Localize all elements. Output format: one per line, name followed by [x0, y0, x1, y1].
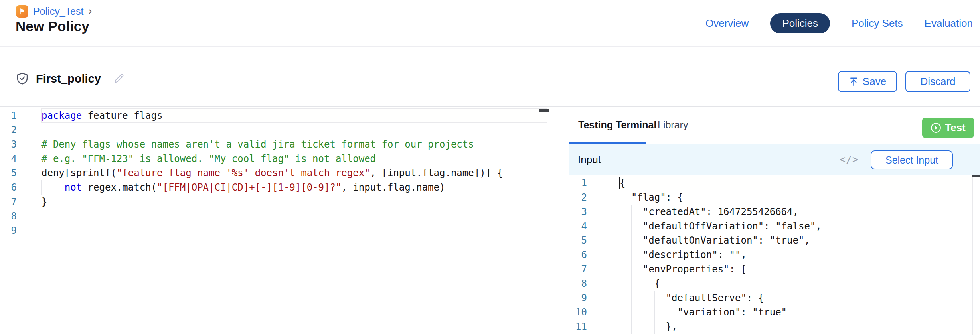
line-number: 2	[0, 123, 17, 137]
input-label: Input	[578, 154, 601, 166]
chevron-right-icon: ›	[88, 6, 92, 18]
code-line	[41, 223, 547, 238]
line-number: 4	[569, 219, 587, 233]
discard-button-label: Discard	[920, 75, 955, 88]
line-number: 8	[0, 209, 17, 223]
code-line	[41, 209, 547, 223]
indent-guide	[654, 305, 655, 319]
line-number: 5	[0, 166, 17, 180]
line-number: 3	[569, 205, 587, 219]
nav-item-overview[interactable]: Overview	[705, 17, 749, 30]
indent-guide	[666, 305, 666, 319]
discard-button[interactable]: Discard	[905, 71, 970, 92]
top-nav: Overview Policies Policy Sets Evaluation	[705, 13, 973, 34]
line-number: 1	[569, 176, 587, 190]
text-cursor	[619, 177, 620, 189]
indent-guide	[643, 291, 643, 305]
code-line: not regex.match("[FFM|OPA|CI|CD]+[-][1-9…	[41, 180, 547, 195]
select-input-label: Select Input	[885, 154, 938, 166]
play-circle-icon	[931, 122, 941, 133]
code-line: "createdAt": 1647255426664,	[620, 205, 972, 219]
code-line: "defaultServe": {	[620, 291, 972, 305]
page-title: New Policy	[16, 18, 89, 34]
indent-guide	[631, 248, 632, 262]
code-line: }	[41, 195, 547, 209]
line-number: 1	[0, 108, 17, 123]
code-line: "envProperties": [	[620, 262, 972, 276]
test-button-label: Test	[945, 122, 966, 134]
line-number: 7	[569, 262, 587, 276]
save-button[interactable]: Save	[838, 71, 897, 92]
code-line: deny[sprintf("feature flag name '%s' doe…	[41, 166, 547, 180]
breadcrumb: ⚑ Policy_Test ›	[16, 5, 92, 18]
upload-icon	[849, 77, 859, 87]
line-number: 5	[569, 233, 587, 248]
input-header-bar: Input </> Select Input	[569, 144, 980, 175]
indent-guide	[53, 180, 53, 195]
code-line: # e.g. "FFM-123" is allowed. "My cool fl…	[41, 152, 547, 166]
code-line: "defaultOnVariation": "true",	[620, 233, 972, 248]
page-header: ⚑ Policy_Test › New Policy Overview Poli…	[0, 0, 980, 47]
input-scrollbar-thumb[interactable]	[972, 175, 980, 177]
line-number: 9	[569, 291, 587, 305]
indent-guide	[631, 276, 632, 291]
line-number: 4	[0, 152, 17, 166]
tab-testing-terminal[interactable]: Testing Terminal	[578, 119, 656, 131]
save-button-label: Save	[863, 75, 886, 88]
code-view-icon[interactable]: </>	[840, 154, 859, 165]
indent-guide	[643, 319, 643, 334]
line-number: 9	[0, 223, 17, 238]
line-number: 6	[569, 248, 587, 262]
rego-scrollbar-track	[538, 107, 538, 335]
indent-guide	[631, 205, 632, 219]
line-number: 7	[0, 195, 17, 209]
nav-item-policy-sets[interactable]: Policy Sets	[852, 17, 903, 30]
indent-guide	[631, 291, 632, 305]
indent-guide	[631, 319, 632, 334]
indent-guide	[41, 180, 42, 195]
rego-editor-gutter: 123456789	[0, 108, 17, 238]
tab-library[interactable]: Library	[658, 119, 688, 131]
line-number: 10	[569, 305, 587, 319]
indent-guide	[654, 291, 655, 305]
indent-guide	[631, 305, 632, 319]
edit-pencil-icon[interactable]	[113, 73, 125, 85]
code-line: {	[620, 176, 972, 190]
line-number: 3	[0, 137, 17, 152]
indent-guide	[654, 319, 655, 334]
input-json-editor[interactable]: { "flag": { "createdAt": 1647255426664, …	[620, 176, 972, 334]
nav-item-evaluation[interactable]: Evaluation	[925, 17, 973, 30]
code-line	[41, 123, 547, 137]
policy-toolbar: First_policy Save Discard	[0, 47, 980, 106]
code-line: "defaultOffVariation": "false",	[620, 219, 972, 233]
line-number: 6	[0, 180, 17, 195]
policy-name: First_policy	[36, 72, 101, 85]
feature-flags-app-icon: ⚑	[16, 5, 28, 18]
shield-check-icon	[16, 72, 29, 85]
policy-editor-page: ⚑ Policy_Test › New Policy Overview Poli…	[0, 0, 980, 335]
indent-guide	[643, 305, 643, 319]
rego-scrollbar-thumb[interactable]	[539, 109, 549, 112]
input-editor-gutter: 1234567891011	[569, 176, 587, 334]
test-button[interactable]: Test	[922, 118, 974, 138]
code-line: # Deny flags whose names aren't a valid …	[41, 137, 547, 152]
line-number: 8	[569, 276, 587, 291]
code-line: package feature_flags	[41, 108, 547, 123]
nav-item-policies[interactable]: Policies	[770, 13, 830, 34]
rego-editor[interactable]: package feature_flags# Deny flags whose …	[41, 108, 547, 238]
indent-guide	[631, 219, 632, 233]
breadcrumb-project-link[interactable]: Policy_Test	[33, 6, 83, 17]
indent-guide	[631, 262, 632, 276]
code-line: "description": "",	[620, 248, 972, 262]
code-line: {	[620, 276, 972, 291]
select-input-button[interactable]: Select Input	[871, 150, 953, 169]
line-number: 11	[569, 319, 587, 334]
code-line: "flag": {	[620, 190, 972, 205]
line-number: 2	[569, 190, 587, 205]
indent-guide	[631, 233, 632, 248]
code-line: },	[620, 319, 972, 334]
input-scrollbar-track	[972, 175, 973, 335]
indent-guide	[643, 276, 643, 291]
code-line: "variation": "true"	[620, 305, 972, 319]
